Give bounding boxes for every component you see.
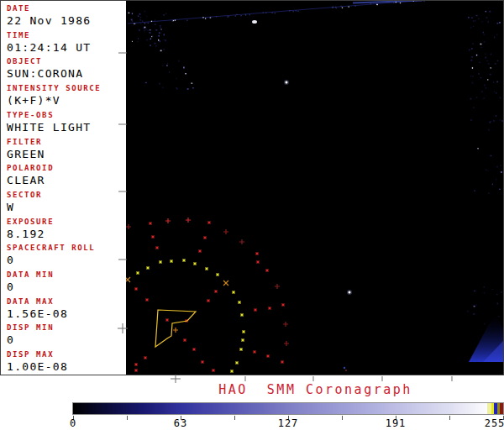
colorbar-label: 127 (278, 417, 299, 429)
colorbar-tick (234, 416, 235, 420)
metadata-field: POLAROIDCLEAR (7, 163, 54, 186)
metadata-field: SECTORW (7, 190, 42, 213)
colorbar-label: 191 (386, 417, 407, 429)
metadata-field: DATA MAX1.56E-08 (7, 296, 68, 320)
main-panel: DATE22 Nov 1986TIME01:24:14 UTOBJECTSUN:… (0, 0, 504, 375)
field-label: DATE (7, 3, 91, 13)
metadata-field: DATA MIN0 (7, 270, 54, 293)
coronagraph-viewer: DATE22 Nov 1986TIME01:24:14 UTOBJECTSUN:… (0, 0, 504, 430)
field-value: 22 Nov 1986 (7, 14, 91, 27)
field-label: SPACECRAFT ROLL (7, 243, 95, 253)
field-value: CLEAR (7, 174, 54, 186)
field-label: POLAROID (7, 163, 54, 173)
field-value: 0 (7, 333, 54, 346)
colorbar-tick (127, 416, 128, 420)
field-label: FILTER (7, 137, 45, 147)
field-value: WHITE LIGHT (7, 121, 91, 134)
field-value: GREEN (7, 148, 45, 160)
colorbar-label: 63 (174, 417, 187, 429)
field-value: 1.00E-08 (7, 360, 68, 373)
colorbar-label: 255 (485, 417, 504, 429)
field-value: 8.192 (7, 228, 54, 240)
colorbar-tick (342, 416, 343, 420)
coronagraph-image (126, 1, 503, 375)
metadata-field: FILTERGREEN (7, 137, 45, 160)
field-value: (K+F)*V (7, 94, 101, 107)
metadata-field: DISP MIN0 (7, 322, 54, 346)
metadata-field: TIME01:24:14 UT (7, 30, 91, 54)
metadata-field: TYPE-OBSWHITE LIGHT (7, 110, 91, 134)
field-label: DATA MIN (7, 270, 54, 280)
field-label: TIME (7, 30, 91, 40)
metadata-field: OBJECTSUN:CORONA (7, 56, 83, 80)
colorbar (72, 402, 504, 415)
metadata-field: EXPOSURE8.192 (7, 217, 54, 240)
metadata-field: DATE22 Nov 1986 (7, 3, 91, 27)
image-title: HAO SMM Coronagraph (127, 382, 504, 397)
colorbar-stripe (500, 403, 503, 414)
metadata-field: INTENSITY SOURCE(K+F)*V (7, 83, 101, 107)
metadata-field: SPACECRAFT ROLL0 (7, 243, 95, 266)
colorbar-tick (449, 416, 450, 420)
field-label: EXPOSURE (7, 217, 54, 227)
field-label: INTENSITY SOURCE (7, 83, 101, 93)
colorbar-end-stripes (487, 403, 503, 414)
field-label: DATA MAX (7, 296, 68, 307)
field-value: 0 (7, 281, 54, 293)
field-label: DISP MAX (7, 349, 68, 359)
field-value: SUN:CORONA (7, 67, 83, 80)
metadata-field: DISP MAX1.00E-08 (7, 349, 68, 373)
field-label: DISP MIN (7, 322, 54, 333)
field-label: TYPE-OBS (7, 110, 91, 120)
metadata-sidebar: DATE22 Nov 1986TIME01:24:14 UTOBJECTSUN:… (1, 1, 126, 375)
field-value: 0 (7, 254, 95, 266)
field-value: W (7, 201, 42, 213)
field-value: 01:24:14 UT (7, 41, 91, 54)
field-label: SECTOR (7, 190, 42, 200)
field-label: OBJECT (7, 56, 83, 66)
field-value: 1.56E-08 (7, 307, 68, 320)
colorbar-label: 0 (70, 417, 76, 429)
